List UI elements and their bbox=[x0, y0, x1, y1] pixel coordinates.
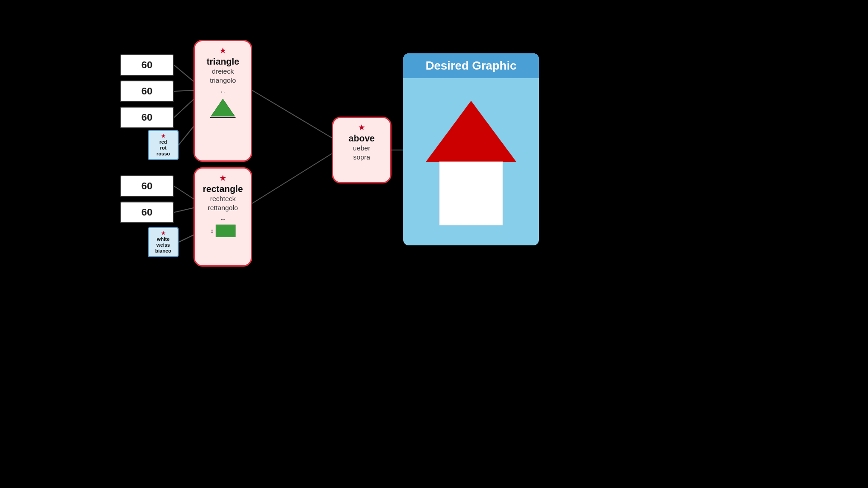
rectangle-icon-area: ↔ ↕ bbox=[211, 216, 236, 237]
rectangle-node-title: rectangle bbox=[203, 184, 243, 194]
svg-line-7 bbox=[252, 90, 332, 138]
triangle-node-title: triangle bbox=[207, 56, 239, 67]
desired-card-header: Desired Graphic bbox=[403, 53, 539, 78]
svg-line-2 bbox=[174, 99, 193, 117]
triangle-icon-area: ↔ bbox=[209, 88, 236, 118]
svg-rect-12 bbox=[439, 162, 503, 225]
rectangle-node[interactable]: ★ rectangle rechteckrettangolo ↔ ↕ bbox=[193, 167, 252, 267]
svg-line-5 bbox=[174, 208, 193, 212]
desired-card-body bbox=[403, 78, 539, 245]
above-node[interactable]: ★ above uebersopra bbox=[332, 117, 392, 183]
above-node-sub: uebersopra bbox=[353, 144, 370, 161]
rectangle-node-star: ★ bbox=[219, 173, 226, 183]
triangle-svg bbox=[209, 97, 236, 117]
svg-marker-11 bbox=[426, 101, 516, 162]
svg-line-8 bbox=[252, 154, 332, 203]
star-icon-red: ★ bbox=[161, 133, 166, 139]
svg-line-6 bbox=[179, 235, 193, 242]
desired-card: Desired Graphic bbox=[403, 53, 539, 245]
input-box-3[interactable]: 60 bbox=[120, 107, 174, 128]
input-box-4[interactable]: 60 bbox=[120, 175, 174, 197]
svg-line-1 bbox=[174, 90, 193, 91]
svg-line-0 bbox=[174, 65, 193, 81]
color-label-red: ★ redrotrosso bbox=[148, 130, 179, 160]
diagram-area: 60 60 60 60 60 ★ redrotrosso ★ whiteweis… bbox=[0, 0, 868, 488]
svg-line-4 bbox=[174, 186, 193, 199]
color-text-white: whiteweissbianco bbox=[155, 236, 171, 254]
triangle-node[interactable]: ★ triangle dreiecktriangolo ↔ bbox=[193, 40, 252, 162]
svg-marker-10 bbox=[211, 99, 235, 116]
svg-line-3 bbox=[179, 127, 193, 145]
triangle-node-sub: dreiecktriangolo bbox=[210, 67, 236, 84]
input-box-1[interactable]: 60 bbox=[120, 54, 174, 76]
desired-card-title: Desired Graphic bbox=[426, 59, 517, 72]
house-scene-svg bbox=[421, 92, 521, 232]
color-text-red: redrotrosso bbox=[156, 139, 170, 157]
star-icon-white: ★ bbox=[161, 230, 166, 236]
input-box-2[interactable]: 60 bbox=[120, 80, 174, 102]
rectangle-node-sub: rechteckrettangolo bbox=[208, 194, 238, 212]
color-label-white: ★ whiteweissbianco bbox=[148, 227, 179, 257]
above-node-star: ★ bbox=[358, 122, 365, 132]
input-box-5[interactable]: 60 bbox=[120, 202, 174, 223]
above-node-title: above bbox=[349, 133, 375, 144]
triangle-node-star: ★ bbox=[219, 46, 226, 56]
